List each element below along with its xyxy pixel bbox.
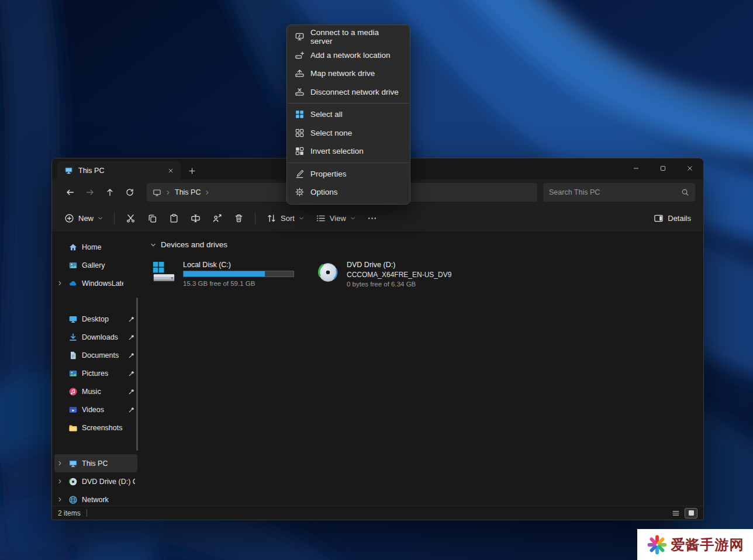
menu-item-label: Connect to a media server	[310, 28, 403, 46]
menu-item-properties[interactable]: Properties	[287, 165, 410, 184]
sidebar-scrollbar[interactable]	[136, 298, 138, 451]
sidebar-item-home[interactable]: Home	[54, 238, 137, 256]
new-plus-icon	[64, 213, 74, 223]
drive-free-space: 0 bytes free of 6.34 GB	[347, 281, 455, 288]
sidebar-item-pictures[interactable]: Pictures	[54, 364, 137, 382]
view-button-label: View	[330, 214, 346, 223]
drive-name: Local Disk (C:)	[183, 261, 291, 269]
sidebar-item-dvd-drive[interactable]: DVD Drive (D:) C	[54, 472, 137, 490]
minimize-button[interactable]	[623, 158, 650, 178]
cut-icon	[126, 213, 136, 223]
drive-name: DVD Drive (D:)	[347, 261, 455, 269]
menu-item-label: Disconnect network drive	[310, 88, 399, 96]
new-tab-button[interactable]	[183, 162, 201, 179]
properties-icon	[294, 168, 305, 179]
sidebar-item-desktop[interactable]: Desktop	[54, 310, 137, 328]
tab-this-pc[interactable]: This PC	[57, 161, 181, 179]
menu-item-select-all[interactable]: Select all	[287, 105, 410, 124]
rename-button[interactable]	[185, 209, 206, 229]
sidebar-item-videos[interactable]: Videos	[54, 400, 137, 419]
invert-selection-icon	[294, 146, 305, 157]
chevron-down-icon	[350, 216, 355, 221]
gallery-icon	[68, 260, 78, 270]
search-box[interactable]	[543, 183, 695, 202]
maximize-button[interactable]	[650, 158, 676, 178]
drive-dvd-d[interactable]: DVD Drive (D:) CCCOMA_X64FRE_EN-US_DV9 0…	[314, 258, 458, 290]
view-button[interactable]: View	[310, 209, 361, 229]
details-view-icon	[672, 509, 680, 517]
sidebar-item-gallery[interactable]: Gallery	[54, 256, 137, 274]
videos-icon	[68, 405, 78, 414]
menu-item-label: Add a network location	[310, 51, 391, 60]
delete-button[interactable]	[229, 209, 249, 229]
map-network-drive-icon	[294, 68, 305, 79]
see-more-context-menu: Connect to a media server Add a network …	[286, 25, 410, 205]
refresh-button[interactable]	[120, 182, 140, 202]
menu-item-invert-selection[interactable]: Invert selection	[287, 142, 410, 161]
large-icons-view-icon	[688, 509, 695, 517]
dvd-icon	[68, 476, 78, 486]
copy-button[interactable]	[142, 209, 163, 229]
share-icon	[212, 213, 222, 223]
delete-icon	[234, 213, 244, 223]
share-button[interactable]	[207, 209, 227, 229]
up-button[interactable]	[100, 182, 120, 202]
details-pane-button[interactable]: Details	[648, 209, 696, 229]
watermark-badge: 爱酱手游网	[637, 529, 753, 560]
large-icons-view-toggle[interactable]	[685, 508, 697, 518]
back-button[interactable]	[60, 182, 80, 202]
menu-item-connect-media-server[interactable]: Connect to a media server	[287, 27, 410, 46]
forward-button[interactable]	[80, 182, 100, 202]
folder-icon	[68, 423, 78, 433]
menu-item-map-network-drive[interactable]: Map network drive	[287, 64, 410, 83]
search-input[interactable]	[549, 188, 681, 196]
tab-close-button[interactable]	[165, 165, 176, 176]
rename-icon	[191, 213, 201, 223]
details-view-toggle[interactable]	[669, 508, 682, 518]
command-bar: New Sort	[52, 205, 703, 232]
menu-item-label: Options	[310, 188, 338, 196]
menu-item-disconnect-network-drive[interactable]: Disconnect network drive	[287, 83, 410, 102]
sidebar-item-this-pc[interactable]: This PC	[54, 454, 137, 472]
drive-local-disk-c[interactable]: Local Disk (C:) 15.3 GB free of 59.1 GB	[149, 258, 293, 290]
chevron-down-icon	[150, 242, 156, 248]
watermark-text: 爱酱手游网	[671, 535, 744, 554]
pin-icon	[127, 370, 135, 377]
sort-button[interactable]: Sort	[261, 209, 309, 229]
breadcrumb-chevron-icon	[165, 190, 171, 195]
sidebar-item-downloads[interactable]: Downloads	[54, 328, 137, 346]
menu-item-options[interactable]: Options	[287, 183, 410, 202]
menu-item-add-network-location[interactable]: Add a network location	[287, 46, 410, 65]
sidebar-item-screenshots[interactable]: Screenshots	[54, 419, 137, 437]
details-pane-icon	[654, 213, 664, 223]
pin-icon	[127, 388, 135, 395]
drive-volume-label: CCCOMA_X64FRE_EN-US_DV9	[347, 271, 455, 279]
menu-item-label: Select all	[310, 110, 343, 119]
chevron-down-icon	[299, 216, 304, 221]
breadcrumb-device-icon	[153, 188, 161, 197]
menu-item-label: Select none	[310, 129, 352, 137]
caption-buttons	[623, 158, 703, 178]
file-explorer-window: This PC	[51, 158, 704, 520]
breadcrumb-this-pc[interactable]: This PC	[175, 188, 201, 196]
disconnect-network-drive-icon	[294, 87, 305, 97]
sidebar-item-network[interactable]: Network	[54, 490, 137, 506]
section-header-devices-and-drives[interactable]: Devices and drives	[150, 240, 693, 249]
chevron-right-icon	[57, 479, 63, 484]
close-button[interactable]	[676, 158, 703, 178]
sort-button-label: Sort	[281, 214, 295, 223]
paste-button[interactable]	[164, 209, 184, 229]
documents-icon	[68, 350, 78, 360]
see-more-button[interactable]	[362, 209, 382, 229]
sidebar-item-onedrive[interactable]: WindowsLatest	[54, 274, 137, 292]
downloads-icon	[68, 332, 78, 342]
cut-button[interactable]	[120, 209, 141, 229]
toolbar-separator	[255, 212, 255, 225]
new-button[interactable]: New	[59, 209, 108, 229]
item-count: 2 items	[58, 509, 81, 517]
menu-item-select-none[interactable]: Select none	[287, 124, 410, 143]
sidebar-item-documents[interactable]: Documents	[54, 346, 137, 364]
sidebar-item-music[interactable]: Music	[54, 382, 137, 400]
chevron-right-icon	[57, 461, 63, 466]
local-disk-icon	[151, 261, 176, 284]
